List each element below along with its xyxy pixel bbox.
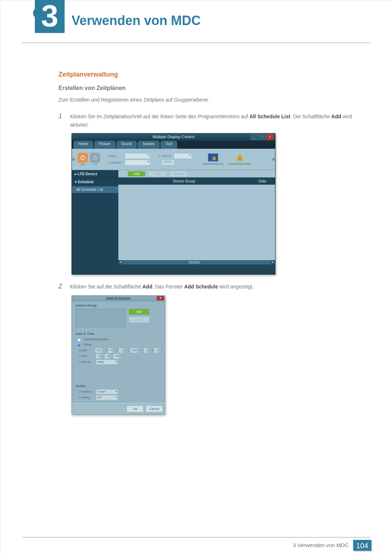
device-group-label: Device Group xyxy=(75,304,161,307)
power-off-label: Off xyxy=(90,163,100,166)
table-header: Device Group Date xyxy=(118,177,275,185)
dialog-titlebar: Add Schedule x xyxy=(72,296,165,301)
cancel-button[interactable]: Cancel xyxy=(146,406,163,412)
tab-tool[interactable]: Tool xyxy=(160,141,177,149)
step-text: Klicken Sie auf die Schaltfläche Add. Da… xyxy=(70,283,352,291)
input-select[interactable] xyxy=(125,153,150,159)
timer-radio-input[interactable] xyxy=(77,344,81,347)
time-ampm-spinner[interactable]: PM xyxy=(113,354,122,359)
intro-text: Zum Erstellen und Registrieren eines Zei… xyxy=(58,96,352,104)
delete-button[interactable]: Delete xyxy=(129,317,149,323)
close-button[interactable]: x xyxy=(157,296,164,300)
power-on-label: On xyxy=(78,163,88,166)
input-group: | Input | Channel xyxy=(107,152,150,166)
page: 3 Verwenden von MDC Zeitplanverwaltung E… xyxy=(0,0,392,554)
volume-group: | Volume Mute xyxy=(159,152,192,166)
fault-monitor-icon[interactable] xyxy=(208,153,218,161)
interval-select[interactable]: Daily xyxy=(96,360,118,365)
header-rule xyxy=(22,42,371,43)
power-icon xyxy=(80,155,86,161)
ribbon: ◂ On Off | Input | Channel xyxy=(72,149,275,170)
sidebar: ▸ LFD Device ▾ Schedule All Schedule Lis… xyxy=(72,170,118,274)
date-day2-spinner[interactable]: 31 xyxy=(154,348,161,353)
step-text: Klicken Sie im Zeitplanabschnitt auf der… xyxy=(70,112,352,129)
spacer xyxy=(75,365,161,380)
time-hour-spinner[interactable]: 07 xyxy=(96,354,103,359)
timer-radio[interactable]: Timer xyxy=(75,342,161,347)
monitor-warning-icon xyxy=(209,155,217,160)
date-month2-spinner[interactable]: 12 xyxy=(144,348,151,353)
scroll-right-icon[interactable]: ▸ xyxy=(272,157,275,161)
step-2: 2 Klicken Sie auf die Schaltfläche Add. … xyxy=(58,283,352,291)
edit-button[interactable]: Edit xyxy=(149,171,166,176)
bold: Add Schedule xyxy=(184,284,218,290)
instant-radio[interactable]: Instant Execution xyxy=(75,337,161,342)
scroll-left-arrow-icon[interactable]: ◂ xyxy=(118,260,123,264)
sep: / xyxy=(117,349,117,352)
add-button[interactable]: Add xyxy=(129,309,149,315)
datetime-label: Date & Time xyxy=(75,332,161,336)
svg-text:!: ! xyxy=(239,156,240,161)
bold: Add xyxy=(142,284,152,290)
chapter-title: Verwenden von MDC xyxy=(72,13,201,28)
chapter-number-badge: 3 xyxy=(35,0,65,33)
close-button[interactable]: x xyxy=(266,134,274,140)
date-year2-spinner[interactable]: 2099 xyxy=(130,348,140,353)
tab-bar: Home Picture Sound System Tool ? xyxy=(72,141,275,149)
date-year1-spinner[interactable]: 2011 xyxy=(95,348,105,353)
date-day1-spinner[interactable]: 11 xyxy=(119,348,126,353)
maximize-button[interactable]: □ xyxy=(258,134,266,140)
bold: All Schedule List xyxy=(249,114,290,119)
t: wird angezeigt. xyxy=(218,284,254,290)
delete-button[interactable]: Delete xyxy=(170,171,187,176)
col-device-group: Device Group xyxy=(118,179,250,183)
tab-system[interactable]: System xyxy=(138,141,160,149)
section-heading: Zeitplanverwaltung xyxy=(58,71,352,78)
tab-home[interactable]: Home xyxy=(73,141,93,149)
sep: / xyxy=(152,349,153,352)
power-on-button[interactable] xyxy=(78,153,88,163)
tab-picture[interactable]: Picture xyxy=(94,141,115,149)
sep: / xyxy=(106,349,107,352)
titlebar: Multiple Display Control _ □ x xyxy=(72,134,275,141)
step-number: 2 xyxy=(58,283,65,291)
bold: Add xyxy=(331,114,341,119)
date-month1-spinner[interactable]: 04 xyxy=(108,348,115,353)
footer-rule xyxy=(22,537,371,538)
window-controls: _ □ x xyxy=(250,134,274,140)
volume-field[interactable] xyxy=(174,153,192,159)
horizontal-scrollbar[interactable]: ◂ ▸ xyxy=(118,260,275,264)
power-off-button[interactable] xyxy=(90,153,100,163)
function-select[interactable]: Power xyxy=(96,389,118,394)
sidebar-item-all-schedule-list[interactable]: All Schedule List xyxy=(72,186,118,193)
device-group-section: Device Group Add Delete xyxy=(72,301,165,330)
scrollbar-thumb[interactable] xyxy=(189,261,200,264)
add-button[interactable]: Add xyxy=(128,171,145,176)
sidebar-item-lfd[interactable]: ▸ LFD Device xyxy=(72,170,118,178)
screenshot-mdc-window: Multiple Display Control _ □ x Home Pict… xyxy=(72,133,352,275)
setting-select[interactable]: Off xyxy=(96,395,118,400)
mute-button[interactable]: Mute xyxy=(161,160,175,165)
time-min-spinner[interactable]: 22 xyxy=(105,354,112,359)
footer-text: 3 Verwenden von MDC xyxy=(293,542,349,548)
minimize-button[interactable]: _ xyxy=(250,134,258,140)
scroll-left-icon[interactable]: ◂ xyxy=(72,157,75,161)
page-number: 104 xyxy=(353,540,371,551)
window-title: Multiple Display Control xyxy=(152,135,195,139)
action-label: Action xyxy=(75,384,161,388)
channel-label: | Channel xyxy=(107,161,123,164)
device-group-list[interactable] xyxy=(75,309,126,328)
fault-group: Fault Device (0) ! Fault Device Alert xyxy=(203,153,251,165)
scroll-right-arrow-icon[interactable]: ▸ xyxy=(271,260,275,264)
channel-spinner[interactable] xyxy=(125,160,150,165)
fault-alert-icon[interactable]: ! xyxy=(235,153,245,161)
date-label: | Date xyxy=(79,349,94,352)
toolbar: Add Edit Delete xyxy=(118,170,275,177)
ok-button[interactable]: OK xyxy=(127,406,143,412)
tab-sound[interactable]: Sound xyxy=(116,141,137,149)
sep: / xyxy=(142,349,142,352)
sidebar-item-schedule[interactable]: ▾ Schedule xyxy=(72,178,118,186)
power-icon xyxy=(92,155,98,161)
sidebar-schedule-label: ▾ Schedule xyxy=(75,180,94,184)
instant-radio-input[interactable] xyxy=(77,338,81,342)
